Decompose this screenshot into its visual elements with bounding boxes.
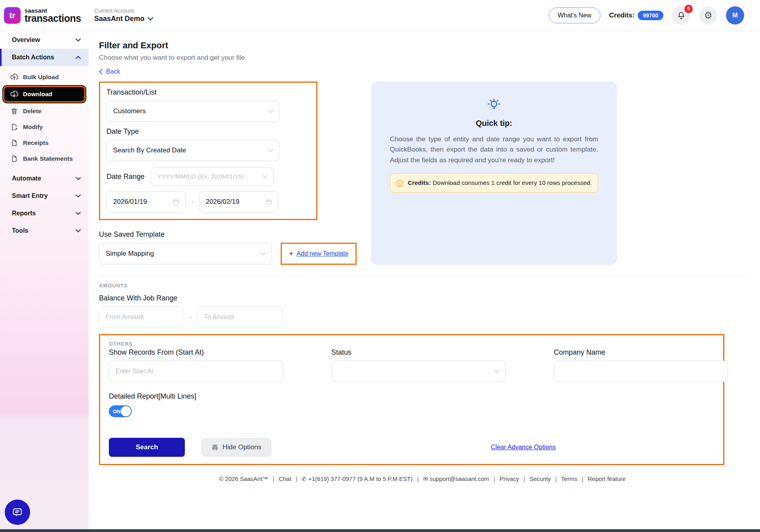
section-divider: [99, 276, 746, 276]
date-to-input[interactable]: [206, 198, 253, 206]
toggle-on-label: ON: [113, 408, 121, 414]
sidebar-section-reports[interactable]: Reports: [0, 205, 89, 222]
plus-icon: +: [289, 249, 293, 258]
chevron-up-icon: [76, 56, 81, 59]
transaction-list-select[interactable]: Customers: [106, 101, 279, 122]
chevron-left-icon: [99, 69, 103, 74]
footer-chat-link[interactable]: Chat: [279, 475, 291, 482]
detailed-report-toggle[interactable]: ON: [109, 405, 132, 417]
quick-tip-title: Quick tip:: [390, 119, 598, 128]
logo-icon: tr: [4, 7, 21, 24]
sidebar-section-batch-actions[interactable]: Batch Actions: [0, 49, 89, 66]
chat-widget-button[interactable]: [5, 500, 30, 525]
credits-display: Credits: 99700: [609, 11, 663, 20]
account-switcher[interactable]: Current Account SaasAnt Demo: [94, 8, 153, 23]
amount-dash: -: [190, 313, 192, 321]
hide-options-button[interactable]: Hide Options: [201, 438, 271, 456]
filter-group: Transaction/List Customers Date Type Sea…: [99, 82, 317, 220]
sidebar: Overview Batch Actions Bulk Upload Downl…: [0, 31, 89, 532]
sidebar-section-smart-entry[interactable]: Smart Entry: [0, 187, 89, 205]
cloud-download-icon: [10, 90, 18, 98]
chevron-down-icon: [268, 110, 274, 113]
chevron-down-icon: [260, 252, 266, 256]
date-to-field[interactable]: [199, 191, 278, 213]
calendar-icon: [173, 198, 180, 205]
quick-tip-body: Choose the type of entity and date range…: [390, 134, 598, 165]
whats-new-button[interactable]: What's New: [549, 8, 600, 23]
credits-badge: 99700: [638, 11, 663, 20]
phone-icon: ✆: [302, 475, 307, 482]
date-from-field[interactable]: [106, 191, 186, 213]
others-group: OTHERS Show Records From (Start At) Stat…: [99, 334, 724, 465]
sidebar-section-automate[interactable]: Automate: [0, 170, 89, 187]
calendar-icon: [265, 198, 272, 205]
credits-note-bold: Credits:: [408, 179, 431, 186]
balance-range-label: Balance With Job Range: [99, 294, 746, 302]
chevron-down-icon: [76, 177, 81, 180]
date-type-label: Date Type: [106, 127, 310, 136]
sidebar-item-delete[interactable]: Delete: [0, 103, 89, 119]
saved-template-select[interactable]: Simple Mapping: [99, 243, 272, 264]
search-button[interactable]: Search: [109, 438, 185, 457]
sliders-icon: [211, 444, 218, 451]
mail-icon: ✉: [423, 475, 428, 482]
sidebar-item-bank-statements[interactable]: Bank Statements: [0, 151, 89, 167]
footer-report-feature-link[interactable]: Report feature: [588, 475, 626, 482]
info-icon: [396, 179, 404, 187]
company-name-label: Company Name: [554, 348, 728, 357]
footer-security-link[interactable]: Security: [529, 475, 551, 482]
start-at-input[interactable]: [109, 361, 283, 382]
date-from-input[interactable]: [113, 198, 161, 206]
chat-icon: [11, 506, 23, 518]
detailed-report-label: Detailed Report[Multi Lines]: [109, 392, 714, 401]
top-bar: tr saasant transactions Current Account …: [0, 0, 760, 31]
sidebar-item-modify[interactable]: Modify: [0, 119, 89, 135]
pdf-file-icon: [10, 155, 18, 163]
footer: © 2026 SaasAnt™ | Chat | ✆ +1(619) 377-0…: [99, 475, 746, 483]
back-link[interactable]: Back: [99, 68, 120, 75]
bottom-strip: [0, 529, 760, 532]
footer-copyright: © 2026 SaasAnt™: [219, 475, 268, 482]
clear-advance-options-link[interactable]: Clear Advance Options: [491, 444, 556, 451]
gear-icon: ⚙: [704, 11, 712, 20]
status-label: Status: [331, 348, 505, 357]
sidebar-item-bulk-upload[interactable]: Bulk Upload: [0, 69, 89, 85]
company-name-input[interactable]: [554, 361, 728, 382]
date-type-select[interactable]: Search By Created Date: [106, 140, 279, 161]
from-amount-input[interactable]: [99, 306, 184, 328]
lightbulb-icon: [486, 97, 502, 113]
add-template-box: + Add new Template: [281, 243, 357, 265]
credits-note-text: Download consumes 1 credit for every 10 …: [431, 179, 592, 186]
notifications-button[interactable]: 0: [672, 6, 690, 25]
pdf-file-icon: [10, 139, 18, 147]
status-select[interactable]: [331, 361, 505, 382]
footer-email-link[interactable]: support@saasant.com: [429, 475, 489, 482]
footer-phone: +1(619) 377-0977 (9 A.M to 5 P.M EST): [308, 475, 413, 482]
toggle-knob: [121, 406, 131, 416]
sidebar-item-download[interactable]: Download: [3, 86, 86, 103]
sidebar-section-overview[interactable]: Overview: [0, 31, 89, 49]
trash-icon: [10, 107, 18, 115]
start-at-label: Show Records From (Start At): [109, 348, 283, 357]
app-logo: tr saasant transactions: [4, 7, 89, 24]
to-amount-input[interactable]: [198, 306, 283, 328]
range-dash: -: [191, 198, 194, 206]
main-content: Filter and Export Choose what you want t…: [89, 31, 760, 483]
chevron-down-icon: [262, 175, 268, 178]
date-range-preset-select[interactable]: YYYY/MM/DD (Ex: 2026/01/15): [151, 167, 274, 186]
user-avatar[interactable]: M: [726, 6, 744, 25]
current-account-value: SaasAnt Demo: [94, 14, 144, 23]
sidebar-item-receipts[interactable]: Receipts: [0, 135, 89, 151]
chevron-down-icon: [76, 229, 81, 232]
credits-note: Credits: Download consumes 1 credit for …: [390, 173, 598, 192]
footer-privacy-link[interactable]: Privacy: [500, 475, 519, 482]
add-new-template-link[interactable]: Add new Template: [296, 250, 348, 257]
settings-button[interactable]: ⚙: [699, 6, 717, 25]
page-title: Filter and Export: [99, 40, 746, 51]
chevron-down-icon: [76, 38, 81, 42]
date-range-label: Date Range: [106, 173, 144, 181]
notification-count-badge: 0: [684, 5, 693, 13]
sidebar-section-tools[interactable]: Tools: [0, 222, 89, 239]
footer-terms-link[interactable]: Terms: [561, 475, 578, 482]
chevron-down-icon: [76, 194, 81, 198]
